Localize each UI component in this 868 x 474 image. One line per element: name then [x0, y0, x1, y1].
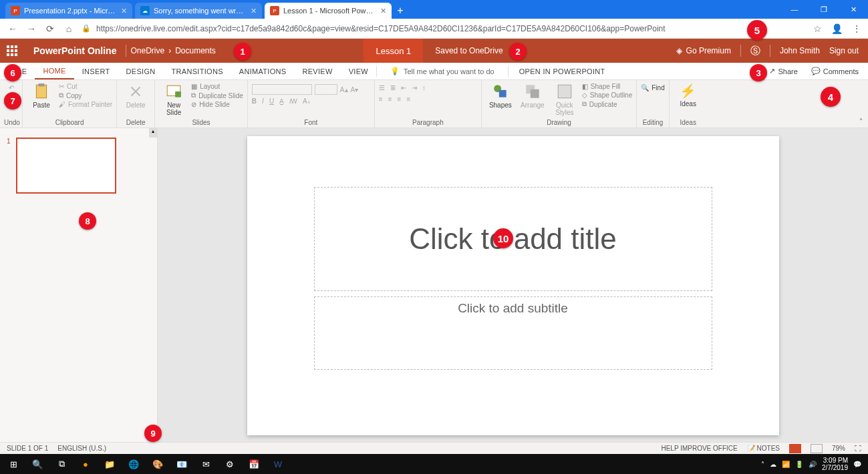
new-tab-button[interactable]: +	[392, 3, 409, 19]
address-bar[interactable]: 🔒 https://onedrive.live.com/edit.aspx?ci…	[82, 21, 807, 36]
clear-format-button[interactable]: Aₓ	[303, 97, 310, 105]
slide[interactable]: Click to add title Click to add subtitle	[247, 136, 779, 435]
start-button[interactable]: ⊞	[3, 455, 24, 473]
task-view-button[interactable]: ⧉	[51, 455, 72, 473]
ideas-button[interactable]: ⚡ Ideas	[674, 81, 703, 107]
file-explorer-icon[interactable]: 📁	[99, 455, 120, 473]
tab-transitions[interactable]: TRANSITIONS	[164, 63, 231, 79]
subtitle-placeholder[interactable]: Click to add subtitle	[314, 296, 712, 370]
kebab-menu-icon[interactable]: ⋮	[852, 23, 861, 34]
align-right-button[interactable]: ≡	[398, 95, 402, 103]
underline-button[interactable]: U	[269, 97, 274, 105]
normal-view-button[interactable]	[789, 444, 801, 453]
tab-home[interactable]: HOME	[35, 63, 74, 79]
minimize-button[interactable]: —	[780, 0, 809, 19]
tab-animations[interactable]: ANIMATIONS	[231, 63, 295, 79]
profile-icon[interactable]: 👤	[831, 23, 843, 34]
action-center-icon[interactable]: 💬	[853, 461, 861, 468]
network-icon[interactable]: 📶	[782, 461, 790, 468]
breadcrumb-item[interactable]: OneDrive	[130, 46, 164, 55]
collapse-ribbon-button[interactable]: ˄	[859, 117, 863, 125]
signout-link[interactable]: Sign out	[829, 46, 859, 55]
hide-slide-button[interactable]: ⊘Hide Slide	[191, 101, 243, 108]
scroll-up-button[interactable]: ▴	[149, 128, 157, 138]
back-button[interactable]: ←	[7, 23, 19, 34]
help-improve-link[interactable]: HELP IMPROVE OFFICE	[661, 445, 737, 452]
language-indicator[interactable]: ENGLISH (U.S.)	[57, 445, 106, 452]
volume-icon[interactable]: 🔊	[809, 461, 817, 468]
align-center-button[interactable]: ≡	[388, 95, 392, 103]
paste-button[interactable]: Paste	[27, 81, 56, 109]
shrink-font-icon[interactable]: A▾	[351, 86, 359, 93]
undo-button[interactable]: ↶	[9, 84, 14, 91]
home-button[interactable]: ⌂	[63, 23, 75, 34]
quick-styles-button[interactable]: Quick Styles	[550, 81, 579, 116]
duplicate-slide-button[interactable]: ⧉Duplicate Slide	[191, 91, 243, 99]
italic-button[interactable]: I	[262, 97, 264, 105]
font-size-dropdown[interactable]	[315, 84, 337, 95]
bold-button[interactable]: B	[252, 97, 257, 105]
tab-design[interactable]: DESIGN	[118, 63, 164, 79]
browser-tab[interactable]: ☁ Sorry, something went wrong - C ✕	[135, 3, 262, 19]
forward-button[interactable]: →	[25, 23, 37, 34]
app-icon[interactable]: 🎨	[147, 455, 168, 473]
firefox-icon[interactable]: ●	[75, 455, 96, 473]
open-in-desktop-button[interactable]: OPEN IN POWERPOINT	[509, 63, 616, 79]
shape-fill-button[interactable]: ◧Shape Fill	[582, 83, 632, 90]
tray-chevron-icon[interactable]: ˄	[761, 461, 764, 468]
calendar-icon[interactable]: 📅	[243, 455, 265, 473]
arrange-button[interactable]: Arrange	[518, 81, 547, 109]
close-icon[interactable]: ✕	[121, 7, 127, 15]
new-slide-button[interactable]: New Slide	[159, 81, 188, 116]
app-launcher-button[interactable]	[0, 45, 24, 56]
bookmark-star-icon[interactable]: ☆	[813, 23, 822, 34]
search-button[interactable]: 🔍	[27, 455, 48, 473]
browser-tab[interactable]: P Presentation 2.pptx - Microsoft P ✕	[5, 3, 132, 19]
taskbar-clock[interactable]: 3:09 PM 2/7/2019	[822, 457, 848, 471]
tab-review[interactable]: REVIEW	[294, 63, 340, 79]
zoom-level[interactable]: 79%	[832, 445, 845, 452]
battery-icon[interactable]: 🔋	[795, 461, 803, 468]
mail-icon[interactable]: ✉	[195, 455, 216, 473]
share-button[interactable]: ↗ Share	[762, 67, 804, 75]
comments-button[interactable]: 💬 Comments	[805, 67, 865, 75]
slide-canvas-area[interactable]: Click to add title Click to add subtitle	[158, 128, 868, 442]
system-tray[interactable]: ˄ ☁ 📶 🔋 🔊 3:09 PM 2/7/2019 💬	[757, 457, 865, 471]
close-icon[interactable]: ✕	[380, 7, 386, 15]
duplicate-shape-button[interactable]: ⧉Duplicate	[582, 100, 632, 108]
settings-icon[interactable]: ⚙	[219, 455, 241, 473]
indent-left-button[interactable]: ⇤	[401, 84, 406, 91]
copy-button[interactable]: ⧉Copy	[59, 91, 112, 99]
tab-insert[interactable]: INSERT	[74, 63, 118, 79]
slide-thumbnail[interactable]	[16, 138, 116, 194]
indent-right-button[interactable]: ⇥	[412, 84, 417, 91]
font-color-button[interactable]: A̲	[279, 97, 284, 105]
outlook-icon[interactable]: 📧	[171, 455, 192, 473]
breadcrumb-item[interactable]: Documents	[175, 46, 216, 55]
chrome-icon[interactable]: 🌐	[123, 455, 144, 473]
find-button[interactable]: 🔍 Find	[641, 84, 664, 91]
document-name[interactable]: Lesson 1	[364, 39, 423, 63]
bullets-button[interactable]: ☰	[379, 84, 385, 91]
user-name[interactable]: John Smith	[780, 46, 820, 55]
tab-view[interactable]: VIEW	[341, 63, 376, 79]
tell-me-search[interactable]: 💡 Tell me what you want to do	[377, 67, 508, 75]
delete-button[interactable]: Delete	[121, 81, 150, 109]
format-painter-button[interactable]: 🖌Format Painter	[59, 101, 112, 108]
layout-button[interactable]: ▦Layout	[191, 83, 243, 90]
text-direction-button[interactable]: ↕	[422, 84, 426, 91]
maximize-button[interactable]: ❐	[809, 0, 839, 19]
shapes-button[interactable]: Shapes	[486, 81, 515, 109]
word-icon[interactable]: W	[267, 455, 289, 473]
close-window-button[interactable]: ✕	[839, 0, 868, 19]
slide-counter[interactable]: SLIDE 1 OF 1	[7, 445, 48, 452]
cut-button[interactable]: ✂Cut	[59, 83, 112, 90]
skype-icon[interactable]: Ⓢ	[750, 45, 760, 57]
notes-button[interactable]: 📝 NOTES	[747, 445, 780, 452]
go-premium-button[interactable]: ◈ Go Premium	[676, 46, 731, 55]
grow-font-icon[interactable]: A▴	[340, 86, 348, 93]
justify-button[interactable]: ≡	[406, 95, 410, 103]
onedrive-tray-icon[interactable]: ☁	[770, 461, 776, 468]
font-family-dropdown[interactable]	[252, 84, 312, 95]
browser-tab-active[interactable]: P Lesson 1 - Microsoft PowerPoint ✕	[265, 3, 392, 19]
